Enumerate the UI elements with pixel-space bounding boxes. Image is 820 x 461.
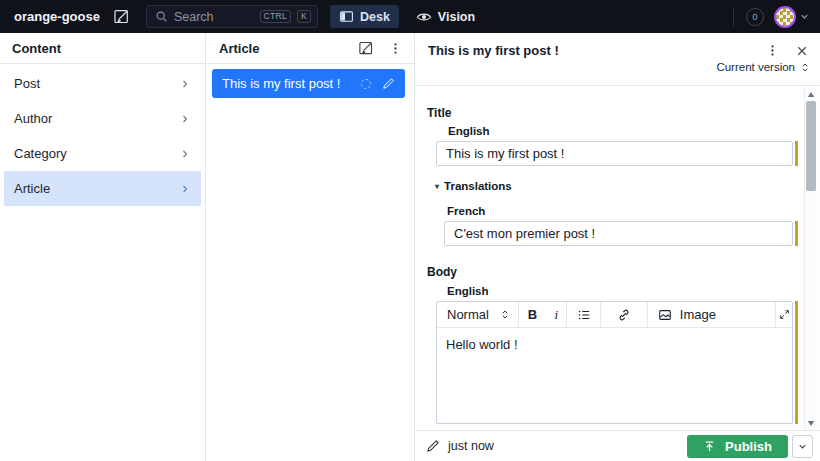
studio-app: orange-goose CTRL K <box>0 0 820 461</box>
scroll-up-arrow-icon[interactable] <box>805 88 817 100</box>
sort-chevrons-icon <box>500 309 510 320</box>
tab-vision[interactable]: Vision <box>407 5 484 28</box>
version-label: Current version <box>716 61 795 73</box>
document-title: This is my first post ! <box>428 43 559 58</box>
italic-button[interactable]: i <box>546 302 566 327</box>
compose-icon <box>358 40 374 56</box>
document-header: This is my first post ! <box>416 33 820 86</box>
sidebar-title: Content <box>12 41 61 56</box>
close-pane-button[interactable] <box>796 45 808 57</box>
editor-toolbar: Normal B i <box>437 302 792 328</box>
link-icon <box>617 308 631 322</box>
bullet-list-icon <box>577 308 591 322</box>
form-scrollbar[interactable] <box>804 87 817 430</box>
create-article-button[interactable] <box>358 40 374 56</box>
sidebar-item-label: Category <box>14 146 67 161</box>
body-text[interactable]: Hello world ! <box>437 328 792 361</box>
unpublished-status-icon <box>361 79 371 89</box>
user-menu-chevron-down-icon[interactable] <box>799 11 810 22</box>
user-avatar[interactable] <box>774 6 796 28</box>
shortcut-key-k: K <box>297 10 311 24</box>
body-english-label: English <box>447 285 489 297</box>
edit-pencil-icon <box>426 439 440 453</box>
kebab-menu-icon <box>389 42 402 55</box>
changed-indicator-bar <box>795 301 798 424</box>
changed-indicator-bar <box>795 141 798 166</box>
body-rich-text-editor[interactable]: Normal B i <box>436 301 793 424</box>
sidebar-item-label: Author <box>14 111 52 126</box>
chevron-down-icon <box>797 441 808 452</box>
content-nav: Post Author Category Article <box>0 64 205 208</box>
collapse-triangle-icon: ▾ <box>435 182 439 191</box>
publish-button[interactable]: Publish <box>687 435 788 458</box>
list-item-first-post[interactable]: This is my first post ! <box>212 69 405 98</box>
image-icon <box>658 308 672 322</box>
article-list-pane: Article <box>207 33 415 461</box>
last-edited-time: just now <box>448 439 494 453</box>
french-label: French <box>447 205 485 217</box>
insert-image-button[interactable]: Image <box>648 302 775 327</box>
title-field-label: Title <box>427 107 451 119</box>
list-pane-header: Article <box>207 33 414 64</box>
content-sidebar: Content Post Author Category <box>0 33 206 461</box>
insert-image-label: Image <box>680 307 716 322</box>
document-pane: This is my first post ! <box>416 33 820 461</box>
document-menu-button[interactable] <box>766 44 779 57</box>
list-pane-title: Article <box>219 41 259 56</box>
expand-editor-button[interactable] <box>776 302 792 327</box>
sidebar-item-label: Post <box>14 76 40 91</box>
shortcut-key-ctrl: CTRL <box>260 10 291 24</box>
expand-arrows-icon <box>779 309 790 320</box>
changed-indicator-bar <box>795 221 798 246</box>
search-input[interactable] <box>174 10 254 24</box>
scrollbar-thumb[interactable] <box>806 101 816 191</box>
kebab-menu-icon <box>766 44 779 57</box>
workspace-title: orange-goose <box>14 9 100 24</box>
tab-desk[interactable]: Desk <box>330 5 399 28</box>
publish-label: Publish <box>725 439 772 454</box>
sidebar-item-label: Article <box>14 181 50 196</box>
bullet-list-button[interactable] <box>567 302 600 327</box>
draft-pencil-icon <box>382 77 395 90</box>
eye-icon <box>416 9 432 25</box>
close-icon <box>796 45 808 57</box>
last-edited-status: just now <box>426 439 494 453</box>
chevron-right-icon <box>179 113 191 125</box>
title-french-input[interactable] <box>444 221 793 246</box>
sidebar-header: Content <box>0 33 205 64</box>
bold-button[interactable]: B <box>519 302 547 327</box>
document-footer: just now Publish <box>416 430 820 461</box>
list-menu-button[interactable] <box>389 42 402 55</box>
publish-arrow-icon <box>703 440 716 453</box>
article-list: This is my first post ! <box>207 64 414 98</box>
desk-panels-icon <box>339 9 354 24</box>
search-icon <box>155 10 168 23</box>
sidebar-item-author[interactable]: Author <box>4 101 201 136</box>
search-box[interactable]: CTRL K <box>146 5 318 28</box>
chevron-right-icon <box>179 183 191 195</box>
sidebar-item-post[interactable]: Post <box>4 66 201 101</box>
sort-chevrons-icon <box>800 62 810 73</box>
sidebar-item-category[interactable]: Category <box>4 136 201 171</box>
compose-icon <box>113 8 130 25</box>
version-selector[interactable]: Current version <box>716 61 810 73</box>
tab-vision-label: Vision <box>438 10 475 24</box>
translations-label: Translations <box>444 180 512 192</box>
chevron-right-icon <box>179 78 191 90</box>
tool-tabs: Desk Vision <box>330 5 484 28</box>
notifications-badge[interactable]: 0 <box>746 8 764 26</box>
translations-toggle[interactable]: ▾ Translations <box>435 180 512 192</box>
tab-desk-label: Desk <box>360 10 390 24</box>
topbar: orange-goose CTRL K <box>0 0 820 33</box>
topbar-divider <box>733 8 734 26</box>
new-document-button[interactable] <box>113 8 130 25</box>
text-style-select[interactable]: Normal <box>437 302 518 327</box>
publish-menu-button[interactable] <box>792 435 813 458</box>
title-english-input[interactable] <box>436 141 793 166</box>
chevron-right-icon <box>179 148 191 160</box>
link-button[interactable] <box>601 302 647 327</box>
scroll-down-arrow-icon[interactable] <box>805 417 817 429</box>
title-english-label: English <box>448 125 490 137</box>
sidebar-item-article[interactable]: Article <box>4 171 201 206</box>
list-item-label: This is my first post ! <box>222 76 340 91</box>
